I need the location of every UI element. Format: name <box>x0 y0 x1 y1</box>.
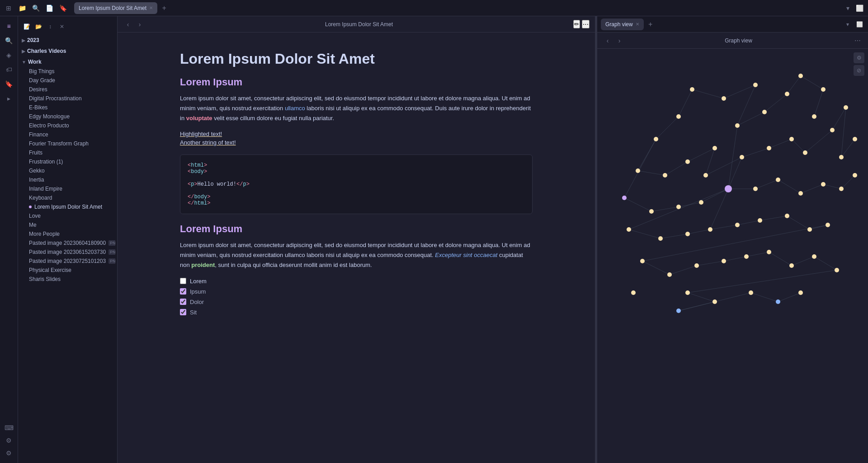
graph-node-40[interactable] <box>758 218 762 223</box>
checkbox-input-dolor[interactable] <box>180 299 186 305</box>
layout-icon[interactable]: ⊞ <box>4 3 14 13</box>
graph-node-44[interactable] <box>640 259 645 263</box>
graph-node-15[interactable] <box>703 173 708 178</box>
sidebar-item-love[interactable]: Love <box>20 211 115 220</box>
back-button[interactable]: ‹ <box>123 19 133 29</box>
graph-node-13[interactable] <box>685 159 690 164</box>
graph-node-41[interactable] <box>785 214 789 218</box>
graph-node-19[interactable] <box>803 150 807 155</box>
sidebar-icon-graph[interactable]: ◈ <box>3 49 15 61</box>
graph-visualization[interactable] <box>597 49 868 463</box>
sidebar-item-fruits[interactable]: Fruits <box>20 148 115 157</box>
graph-settings-gear[interactable]: ⚙ <box>854 52 864 63</box>
more-options-button[interactable]: ⋯ <box>582 20 590 28</box>
sidebar-item-sharis-slides[interactable]: Sharis Slides <box>20 275 115 284</box>
graph-node-49[interactable] <box>767 250 771 254</box>
graph-node-31[interactable] <box>798 191 803 196</box>
sidebar-item-finance[interactable]: Finance <box>20 130 115 139</box>
graph-settings-filter[interactable]: ⊘ <box>854 65 864 76</box>
sidebar-new-file[interactable]: 📝 <box>22 22 32 32</box>
graph-node-58[interactable] <box>798 290 803 295</box>
sidebar-item-frustration-(1)[interactable]: Frustration (1) <box>20 157 115 166</box>
graph-node-16[interactable] <box>740 155 744 159</box>
graph-tab[interactable]: Graph view ✕ <box>601 19 644 30</box>
bookmark-icon[interactable]: 🔖 <box>58 3 68 13</box>
graph-node-30[interactable] <box>776 178 780 182</box>
graph-node-9[interactable] <box>812 114 816 119</box>
forward-button[interactable]: › <box>135 19 145 29</box>
graph-node-29[interactable] <box>753 187 758 191</box>
sidebar-icon-tags[interactable]: 🏷 <box>3 63 15 76</box>
sidebar-icon-bookmarks[interactable]: 🔖 <box>3 78 15 90</box>
sidebar-item-e-bikes[interactable]: E-Bikes <box>20 103 115 112</box>
graph-node-48[interactable] <box>744 254 749 259</box>
edit-button[interactable]: ✏ <box>573 20 580 28</box>
checkbox-input-ipsum[interactable] <box>180 288 186 295</box>
graph-node-17[interactable] <box>767 146 771 150</box>
graph-node-36[interactable] <box>658 236 663 241</box>
sidebar-new-folder[interactable]: 📂 <box>33 22 43 32</box>
sidebar-item-keyboard[interactable]: Keyboard <box>20 193 115 202</box>
graph-node-34[interactable] <box>853 173 857 178</box>
graph-node-5[interactable] <box>762 110 767 114</box>
graph-node-7[interactable] <box>798 74 803 78</box>
paragraph-link[interactable]: ullamco <box>285 105 305 112</box>
graph-node-23[interactable] <box>853 137 857 141</box>
tab-close-button[interactable]: ✕ <box>149 5 153 10</box>
sidebar-close[interactable]: ✕ <box>57 22 67 32</box>
sidebar-icon-arrow[interactable]: ▸ <box>3 92 15 105</box>
graph-node-47[interactable] <box>722 259 726 263</box>
graph-node-1[interactable] <box>690 87 694 92</box>
sidebar-item-day-grade[interactable]: Day Grade <box>20 76 115 85</box>
sidebar-icon-files[interactable]: ≡ <box>3 20 15 33</box>
graph-node-56[interactable] <box>749 290 753 295</box>
graph-node-53[interactable] <box>685 290 690 295</box>
graph-node-57[interactable] <box>776 299 780 304</box>
sidebar-item-pasted-image-20230725101203[interactable]: Pasted image 20230725101203PNG <box>20 257 115 266</box>
graph-node-4[interactable] <box>735 123 740 128</box>
graph-node-3[interactable] <box>753 83 758 87</box>
graph-node-11[interactable] <box>636 168 640 173</box>
graph-node-0[interactable] <box>676 114 681 119</box>
graph-forward-button[interactable]: › <box>614 36 624 46</box>
graph-node-8[interactable] <box>821 87 826 92</box>
graph-node-2[interactable] <box>722 96 726 101</box>
sidebar-item-gekko[interactable]: Gekko <box>20 166 115 175</box>
graph-node-37[interactable] <box>685 232 690 236</box>
graph-node-42[interactable] <box>807 227 812 232</box>
sidebar-item-desires[interactable]: Desires <box>20 85 115 94</box>
graph-node-38[interactable] <box>708 227 712 232</box>
graph-node-35[interactable] <box>627 227 631 232</box>
checkbox-input-lorem[interactable] <box>180 278 186 284</box>
tab-lorem-ipsum[interactable]: Lorem Ipsum Dolor Sit Amet ✕ <box>74 2 157 14</box>
sidebar-item-physical-exercise[interactable]: Physical Exercise <box>20 266 115 275</box>
graph-more-options[interactable]: ⋯ <box>853 36 863 46</box>
graph-node-12[interactable] <box>663 173 667 178</box>
sidebar-item-inertia[interactable]: Inertia <box>20 175 115 184</box>
graph-node-51[interactable] <box>812 254 816 259</box>
sidebar-section-header-work[interactable]: ▼ Work <box>20 57 115 67</box>
graph-node-32[interactable] <box>821 182 826 187</box>
graph-node-6[interactable] <box>785 92 789 96</box>
graph-tab-close[interactable]: ✕ <box>636 22 639 27</box>
sidebar-item-me[interactable]: Me <box>20 220 115 229</box>
graph-node-39[interactable] <box>735 223 740 227</box>
sidebar-icon-settings2[interactable]: ⚙ <box>3 447 15 459</box>
graph-node-46[interactable] <box>694 263 699 268</box>
tab-dropdown-button[interactable]: ▾ <box>843 3 853 13</box>
sidebar-item-electro-producto[interactable]: Electro Producto <box>20 121 115 130</box>
new-tab-button[interactable]: + <box>159 3 169 13</box>
sidebar-item-pasted-image-20230604180900[interactable]: Pasted image 20230604180900PNG <box>20 239 115 248</box>
search-icon[interactable]: 🔍 <box>31 3 41 13</box>
graph-node-55[interactable] <box>676 309 681 313</box>
graph-new-tab[interactable]: + <box>646 19 656 29</box>
graph-node-43[interactable] <box>826 223 830 227</box>
sidebar-item-big-things[interactable]: Big Things <box>20 67 115 76</box>
sidebar-section-header-charles[interactable]: ▶ Charles Videos <box>20 46 115 56</box>
graph-node-21[interactable] <box>844 105 848 110</box>
sidebar-item-more-people[interactable]: More People <box>20 229 115 239</box>
sidebar-section-header-2023[interactable]: ▶ 2023 <box>20 35 115 45</box>
graph-node-27[interactable] <box>699 200 703 205</box>
graph-node-50[interactable] <box>789 263 794 268</box>
sidebar-item-digital-procrastination[interactable]: Digital Procrastination <box>20 94 115 103</box>
